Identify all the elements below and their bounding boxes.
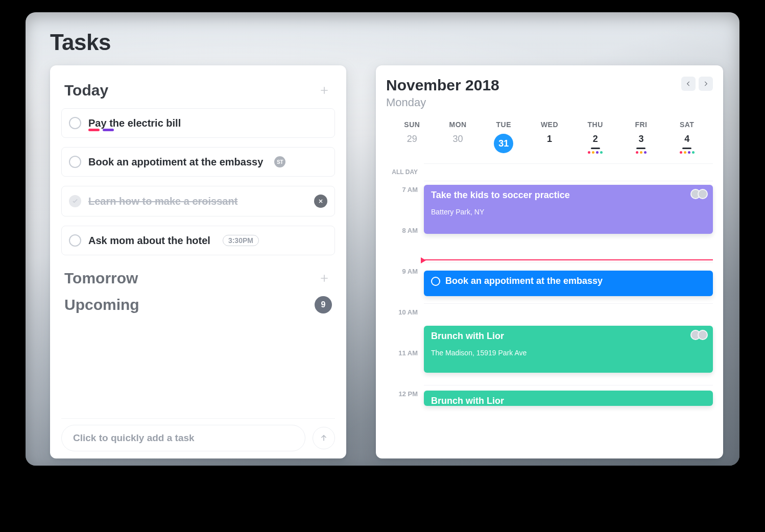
tomorrow-heading: Tomorrow [64,270,138,287]
close-icon [318,198,324,204]
calendar-dow: SUN MON TUE WED THU FRI SAT [386,120,713,129]
dow-label: TUE [481,120,527,129]
date-cell[interactable]: 29 [389,131,435,157]
time-label: 8 AM [386,227,422,268]
task-avatar-chip: ST [274,156,285,167]
date-dot [636,151,638,154]
calendar-subtitle: Monday [386,96,499,109]
check-icon[interactable] [69,195,81,207]
task-title: Ask mom about the hotel [88,235,210,247]
task-tag-underline [103,129,114,131]
date-dot-row [680,151,695,154]
date-underline [636,148,646,149]
dow-label: THU [572,120,618,129]
task-tag-underline [88,129,100,131]
calendar-nav [681,77,713,91]
dow-label: SUN [389,120,435,129]
chevron-right-icon [702,80,709,87]
date-dot [588,151,590,154]
arrow-up-icon [319,433,328,443]
calendar-event[interactable]: Brunch with Lior [424,391,713,406]
calendar-event[interactable]: Brunch with LiorThe Madison, 15919 Park … [424,326,713,373]
task-item[interactable]: Book an appotiment at the embassy ST [61,147,335,177]
delete-task-button[interactable] [314,195,327,208]
plus-icon [319,85,329,95]
calendar-panel: November 2018 Monday SUN MON TUE WED T [376,65,723,458]
avatar-stack [690,330,708,340]
today-task-list: Pay the electric bill Book an appotiment… [61,108,335,255]
time-label: 10 AM [386,308,422,349]
date-cell[interactable]: 4 [664,131,710,157]
date-underline [591,148,600,149]
event-subtitle: Battery Park, NY [431,208,706,216]
checkbox-ring-icon[interactable] [69,117,81,129]
calendar-header: November 2018 Monday [386,77,713,109]
checkbox-ring-icon[interactable] [69,234,81,247]
upcoming-count-badge: 9 [315,296,332,313]
quick-add-bar: Click to quickly add a task [61,418,335,451]
today-section-header: Today [64,82,332,99]
time-label: 9 AM [386,268,422,308]
date-dot [684,151,686,154]
calendar-title: November 2018 [386,77,499,94]
task-title: Learn how to make a croissant [88,196,237,207]
date-cell[interactable]: 3 [618,131,664,157]
date-dot [640,151,642,154]
event-title: Brunch with Lior [431,331,504,341]
plus-icon [319,273,329,283]
date-dot [692,151,695,154]
current-time-indicator [424,259,713,260]
quick-add-submit-button[interactable] [313,427,335,449]
event-ring-icon [431,277,440,286]
add-task-tomorrow-button[interactable] [317,271,332,286]
date-dot [592,151,594,154]
avatar-stack [690,189,708,199]
task-time-pill: 3:30PM [223,235,259,246]
date-underline [682,148,691,149]
event-subtitle: The Madison, 15919 Park Ave [431,349,706,357]
date-dot [680,151,682,154]
next-week-button[interactable] [699,77,713,91]
avatar [698,330,708,340]
calendar-dates: 2930311234 [386,129,713,159]
dow-label: FRI [618,120,664,129]
dow-label: MON [435,120,481,129]
task-item-completed[interactable]: Learn how to make a croissant [61,186,335,216]
time-label: 7 AM [386,186,422,227]
event-title: Book an appotiment at the embassy [445,276,603,286]
prev-week-button[interactable] [681,77,696,91]
task-title: Pay the electric bill [88,117,181,129]
calendar-event[interactable]: Take the kids to soccer practiceBattery … [424,185,713,234]
task-item[interactable]: Pay the electric bill [61,108,335,138]
tomorrow-section-header: Tomorrow [64,270,332,287]
date-dot [600,151,603,154]
time-label: 11 AM [386,349,422,390]
add-task-today-button[interactable] [317,83,332,98]
date-dot-row [588,151,603,154]
task-title: Book an appotiment at the embassy [88,156,263,168]
tasks-panel: Today Pay the electric bill Book an appo… [50,65,346,458]
date-cell[interactable]: 31 [481,131,527,157]
task-item[interactable]: Ask mom about the hotel 3:30PM [61,226,335,255]
date-dot [644,151,647,154]
dow-label: WED [527,120,572,129]
chevron-left-icon [685,80,692,87]
date-dot [596,151,599,154]
date-dot-row [636,151,647,154]
quick-add-input[interactable]: Click to quickly add a task [61,425,305,451]
allday-label: ALL DAY [386,168,422,186]
checkbox-ring-icon[interactable] [69,156,81,168]
date-cell[interactable]: 30 [435,131,481,157]
upcoming-section-header: Upcoming 9 [64,296,332,313]
event-title: Take the kids to soccer practice [431,190,570,200]
event-title: Brunch with Lior [431,396,504,406]
time-label: 12 PM [386,390,422,431]
today-heading: Today [64,82,108,99]
calendar-event[interactable]: Book an appotiment at the embassy [424,271,713,296]
app-window: Tasks Today Pay the electric bill Book [26,12,739,466]
time-column: ALL DAY 7 AM 8 AM 9 AM 10 AM 11 AM 12 PM [386,168,422,431]
dow-label: SAT [664,120,710,129]
date-cell[interactable]: 1 [527,131,572,157]
date-cell[interactable]: 2 [572,131,618,157]
date-dot [688,151,690,154]
